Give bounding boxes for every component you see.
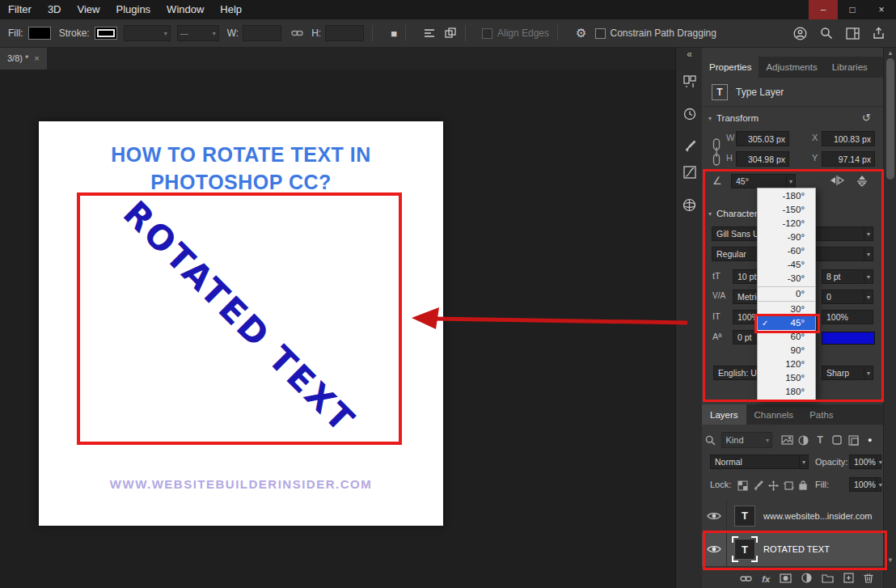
scroll-up-icon[interactable]: ▲	[884, 49, 896, 57]
path-alignment-icon[interactable]	[424, 28, 435, 38]
layer-visibility-toggle[interactable]	[702, 500, 727, 531]
angle-option[interactable]: 180°	[758, 385, 815, 399]
tracking-dropdown[interactable]: 0 ▾	[822, 290, 873, 304]
fill-dropdown[interactable]: 100% ▾	[849, 477, 881, 492]
angle-option[interactable]: 30°	[758, 302, 815, 316]
angle-option[interactable]: -150°	[758, 203, 815, 217]
tab-close-icon[interactable]: ×	[34, 53, 39, 63]
angle-option[interactable]: -90°	[758, 231, 815, 244]
scroll-down-icon[interactable]: ▼	[884, 556, 896, 564]
curves-panel-icon[interactable]	[676, 162, 703, 183]
angle-option[interactable]: 60°	[758, 330, 815, 344]
filter-type-layers-icon[interactable]: T	[812, 434, 828, 446]
link-wh-icon[interactable]	[712, 137, 721, 170]
3d-panel-icon[interactable]	[676, 194, 703, 215]
blend-mode-dropdown[interactable]: Normal ▾	[710, 455, 809, 469]
stroke-type-dropdown[interactable]: —▾	[177, 25, 219, 41]
history-panel-icon[interactable]	[676, 104, 703, 125]
layer-thumbnail-type[interactable]: T	[734, 506, 755, 527]
shape-height-field[interactable]	[325, 25, 364, 41]
minimize-button[interactable]: –	[809, 0, 838, 19]
tab-layers[interactable]: Layers	[702, 404, 746, 425]
angle-option[interactable]: 150°	[758, 371, 815, 385]
menu-view[interactable]: View	[70, 0, 108, 19]
menu-help[interactable]: Help	[212, 0, 250, 19]
angle-option-selected[interactable]: ✓ 45°	[758, 316, 815, 330]
adjustment-layer-icon[interactable]	[801, 572, 812, 586]
gear-icon[interactable]: ⚙	[576, 26, 586, 40]
tab-properties[interactable]: Properties	[702, 57, 759, 78]
document-canvas[interactable]: HOW TO ROTATE TEXT IN PHOTOSHOP CC? ROTA…	[39, 121, 443, 526]
fill-swatch[interactable]	[28, 27, 51, 40]
filter-shape-layers-icon[interactable]	[829, 435, 845, 445]
filter-pixel-layers-icon[interactable]	[779, 435, 795, 445]
scrollbar-thumb[interactable]	[886, 58, 894, 180]
layer-row-url-text[interactable]: T www.websiteb...insider.com	[702, 500, 883, 532]
stroke-swatch[interactable]	[95, 27, 117, 40]
text-color-swatch[interactable]	[822, 332, 875, 345]
share-export-icon[interactable]	[873, 27, 885, 40]
layer-name[interactable]: ROTATED TEXT	[763, 544, 830, 554]
angle-option[interactable]: -180°	[758, 189, 815, 203]
tab-channels[interactable]: Channels	[746, 404, 802, 425]
brush-panel-icon[interactable]	[676, 136, 703, 157]
filter-toggle-icon[interactable]: ●	[862, 436, 878, 444]
constrain-path-checkbox[interactable]	[595, 28, 606, 39]
layer-row-rotated-text[interactable]: T ROTATED TEXT	[702, 532, 883, 567]
layer-style-icon[interactable]: fx	[762, 574, 770, 584]
menu-window[interactable]: Window	[158, 0, 212, 19]
workspace-layout-icon[interactable]	[846, 27, 860, 40]
layer-name[interactable]: www.websiteb...insider.com	[763, 511, 873, 521]
transform-x-field[interactable]: 100.83 px	[822, 131, 875, 146]
shape-width-field[interactable]	[243, 25, 281, 41]
link-layers-icon[interactable]	[740, 572, 752, 586]
lock-all-icon[interactable]	[798, 479, 808, 493]
rotation-angle-dropdown[interactable]: 45° ▾	[731, 174, 796, 188]
angle-option[interactable]: 90°	[758, 344, 815, 357]
layer-mask-icon[interactable]	[780, 572, 792, 586]
angle-option[interactable]: 120°	[758, 357, 815, 371]
layer-thumbnail-type-selected[interactable]: T	[734, 539, 755, 560]
new-group-icon[interactable]	[822, 572, 834, 586]
opacity-dropdown[interactable]: 100% ▾	[849, 455, 881, 469]
reset-transform-icon[interactable]: ↺	[862, 112, 871, 124]
panel-scrollbar[interactable]: ▲ ▼	[883, 47, 896, 588]
tab-libraries[interactable]: Libraries	[825, 57, 875, 78]
horizontal-scale-field[interactable]: 100%	[822, 310, 873, 324]
lock-artboard-icon[interactable]	[784, 480, 794, 494]
canvas-area[interactable]: HOW TO ROTATE TEXT IN PHOTOSHOP CC? ROTA…	[0, 70, 675, 588]
menu-filter[interactable]: Filter	[0, 0, 40, 19]
share-user-icon[interactable]	[793, 27, 807, 40]
path-operations-icon[interactable]: ■	[391, 27, 397, 40]
leading-dropdown[interactable]: 8 pt ▾	[822, 269, 873, 284]
transform-y-field[interactable]: 97.14 px	[822, 151, 875, 167]
tab-paths[interactable]: Paths	[801, 404, 841, 425]
character-section-header[interactable]: ▾ Character	[708, 209, 758, 218]
path-arrangement-icon[interactable]	[445, 27, 457, 39]
new-layer-icon[interactable]	[843, 572, 854, 586]
menu-plugins[interactable]: Plugins	[108, 0, 158, 19]
lock-transparent-icon[interactable]	[738, 480, 748, 494]
filter-smart-objects-icon[interactable]	[845, 435, 861, 446]
angle-option[interactable]: 0°	[758, 286, 815, 302]
restore-button[interactable]: □	[838, 0, 867, 19]
delete-layer-icon[interactable]	[864, 572, 873, 586]
angle-option[interactable]: -45°	[758, 258, 815, 272]
stroke-width-dropdown[interactable]: ▾	[124, 25, 171, 41]
angle-option[interactable]: -120°	[758, 217, 815, 231]
tab-adjustments[interactable]: Adjustments	[759, 57, 824, 78]
lock-pixels-icon[interactable]	[753, 480, 763, 494]
search-icon[interactable]	[820, 27, 833, 40]
transform-h-field[interactable]: 304.98 px	[736, 151, 789, 167]
menu-3d[interactable]: 3D	[40, 0, 70, 19]
layer-visibility-toggle[interactable]	[702, 532, 727, 566]
collapse-panels-icon[interactable]: «	[676, 49, 703, 60]
link-dimensions-icon[interactable]	[291, 28, 303, 38]
document-tab[interactable]: 3/8) * ×	[0, 47, 47, 70]
align-edges-checkbox[interactable]	[482, 28, 492, 39]
transform-section-header[interactable]: ▾ Transform	[708, 113, 759, 123]
flip-vertical-icon[interactable]	[856, 175, 869, 190]
artboard-panel-icon[interactable]	[676, 71, 703, 92]
lock-position-icon[interactable]	[768, 480, 779, 494]
filter-adjustment-layers-icon[interactable]	[796, 435, 812, 446]
